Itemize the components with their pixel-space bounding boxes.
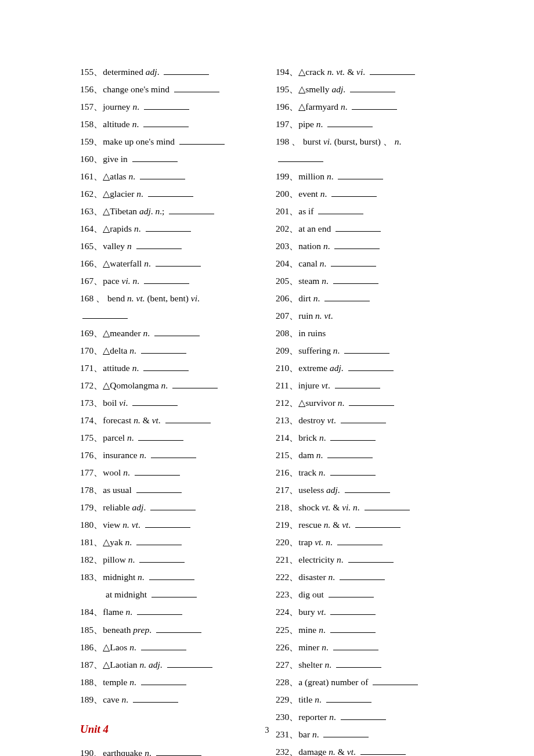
vocab-entry: 157、journey n. xyxy=(80,100,258,114)
answer-blank[interactable] xyxy=(330,467,376,476)
answer-blank[interactable] xyxy=(132,153,178,162)
answer-blank[interactable] xyxy=(156,624,201,633)
answer-blank[interactable] xyxy=(370,66,415,75)
vocab-entry: 200、event n. xyxy=(276,187,454,201)
answer-blank[interactable] xyxy=(132,397,178,406)
answer-blank[interactable] xyxy=(145,519,190,528)
answer-blank[interactable] xyxy=(318,206,363,214)
entry-tail: . xyxy=(324,258,329,268)
answer-blank[interactable] xyxy=(360,746,406,755)
answer-blank[interactable] xyxy=(144,101,189,110)
vocab-entry: 171、attitude n. xyxy=(80,361,258,375)
answer-blank[interactable] xyxy=(331,258,376,267)
answer-blank[interactable] xyxy=(333,642,378,650)
answer-blank[interactable] xyxy=(355,519,400,528)
answer-blank[interactable] xyxy=(82,310,128,319)
answer-blank[interactable] xyxy=(327,118,373,127)
answer-blank[interactable] xyxy=(136,537,182,545)
answer-blank[interactable] xyxy=(350,84,395,92)
answer-blank[interactable] xyxy=(143,118,189,127)
answer-blank[interactable] xyxy=(329,589,374,598)
answer-blank[interactable] xyxy=(154,327,200,336)
answer-blank[interactable] xyxy=(148,188,193,197)
answer-blank[interactable] xyxy=(141,676,186,685)
entry-tail: . xyxy=(338,345,342,355)
entry-tail: . xyxy=(342,398,347,408)
answer-blank[interactable] xyxy=(141,642,186,650)
answer-blank[interactable] xyxy=(150,502,196,510)
entry-tail2: . xyxy=(358,502,362,512)
answer-blank[interactable] xyxy=(164,66,209,75)
answer-blank[interactable] xyxy=(179,136,225,145)
entry-word: change one's mind xyxy=(103,84,172,94)
answer-blank[interactable] xyxy=(133,694,178,703)
answer-blank[interactable] xyxy=(327,449,373,458)
entry-pos: n xyxy=(129,642,134,652)
answer-blank[interactable] xyxy=(149,572,194,581)
answer-blank[interactable] xyxy=(135,467,180,476)
answer-blank[interactable] xyxy=(340,572,385,581)
answer-blank[interactable] xyxy=(335,223,381,232)
entry-tail: . xyxy=(132,433,136,442)
entry-number: 210 xyxy=(276,363,289,373)
answer-blank[interactable] xyxy=(136,240,182,249)
answer-blank[interactable] xyxy=(330,607,376,615)
answer-blank[interactable] xyxy=(336,659,381,668)
entry-word: △atlas xyxy=(103,171,128,181)
answer-blank[interactable] xyxy=(151,449,196,458)
answer-blank[interactable] xyxy=(373,676,418,685)
answer-blank[interactable] xyxy=(156,258,201,267)
answer-blank[interactable] xyxy=(139,555,185,563)
entry-word: destroy xyxy=(298,415,327,425)
entry-word: reliable xyxy=(103,502,132,512)
answer-blank[interactable] xyxy=(151,589,197,598)
answer-blank[interactable] xyxy=(137,607,182,615)
answer-blank[interactable] xyxy=(365,502,410,510)
answer-blank[interactable] xyxy=(345,484,390,493)
entry-word: event xyxy=(298,189,320,199)
answer-blank[interactable] xyxy=(138,432,183,441)
answer-blank[interactable] xyxy=(156,747,201,756)
answer-blank[interactable] xyxy=(333,275,378,284)
answer-blank[interactable] xyxy=(348,362,394,371)
answer-blank[interactable] xyxy=(344,345,389,354)
answer-blank[interactable] xyxy=(341,711,386,720)
entry-tail: & xyxy=(347,67,356,77)
answer-blank[interactable] xyxy=(330,432,376,441)
answer-blank[interactable] xyxy=(143,362,189,371)
entry-tail: & xyxy=(333,502,342,512)
entry-word: dig out xyxy=(298,589,326,599)
answer-blank[interactable] xyxy=(341,415,386,423)
answer-blank[interactable] xyxy=(144,275,189,284)
answer-blank[interactable] xyxy=(172,380,218,388)
answer-blank[interactable] xyxy=(141,345,186,354)
answer-blank[interactable] xyxy=(165,415,211,423)
answer-blank[interactable] xyxy=(169,206,214,214)
answer-blank[interactable] xyxy=(338,171,383,179)
answer-blank[interactable] xyxy=(278,153,323,162)
answer-blank[interactable] xyxy=(349,397,394,406)
entry-pos: n xyxy=(129,345,134,355)
entry-word: boil xyxy=(103,398,119,408)
answer-blank[interactable] xyxy=(335,380,380,388)
answer-blank[interactable] xyxy=(352,101,397,110)
entry-pos: n xyxy=(319,467,323,477)
answer-blank[interactable] xyxy=(140,171,185,179)
vocab-entry: 217、useless adj. xyxy=(276,483,454,497)
answer-blank[interactable] xyxy=(348,555,394,563)
answer-blank[interactable] xyxy=(324,293,370,301)
answer-blank[interactable] xyxy=(330,624,376,633)
answer-blank[interactable] xyxy=(326,694,371,703)
answer-blank[interactable] xyxy=(136,484,182,493)
answer-blank[interactable] xyxy=(334,240,380,249)
answer-blank[interactable] xyxy=(146,223,191,232)
entry-pos: adj xyxy=(331,84,343,94)
entry-tail: . xyxy=(149,258,153,268)
answer-blank[interactable] xyxy=(331,188,377,197)
answer-blank[interactable] xyxy=(337,537,383,545)
vocab-entry: 208、in ruins xyxy=(276,326,454,340)
entry-tail: . xyxy=(134,677,139,687)
answer-blank[interactable] xyxy=(167,659,212,668)
answer-blank[interactable] xyxy=(174,84,219,92)
entry-tail: . xyxy=(343,84,348,94)
